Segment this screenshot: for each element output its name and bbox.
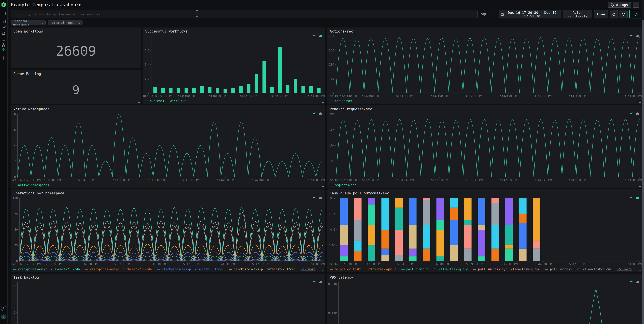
- chart-legend: requests/sec: [330, 183, 640, 187]
- svg-text:5:34:30 PM: 5:34:30 PM: [80, 263, 97, 266]
- panel-task-backlog: Task backlog 432: [11, 274, 325, 324]
- chart-mode-toggle[interactable]: [630, 34, 639, 37]
- legend-item[interactable]: successful workflows: [145, 99, 186, 102]
- panel-toggle-icon[interactable]: [0, 11, 8, 16]
- panel-resize-handle[interactable]: [639, 269, 641, 271]
- svg-text:0: 0: [332, 91, 334, 94]
- svg-text:5:38:00 PM: 5:38:00 PM: [209, 94, 226, 98]
- chart-successful-workflows[interactable]: 00.20.40.60.8Dec 16 5:29:30 PM5:34:00 PM…: [142, 33, 325, 98]
- chart-mode-toggle[interactable]: [630, 112, 639, 115]
- main-area: Example Temporal dashboard 0 Tags ⋮ SQL …: [8, 0, 644, 324]
- panel-title: Open Workflows: [14, 29, 43, 33]
- legend-item[interactable]: clickpipes-aws-p..outheast-2.12c4n: [85, 267, 152, 271]
- panel-pending-requests: Pending requests/sec 05K10K15K20KDec 16 …: [327, 105, 642, 188]
- svg-text:5:46:00 PM: 5:46:00 PM: [271, 94, 288, 98]
- user-avatar[interactable]: D: [1, 315, 6, 320]
- panel-resize-handle[interactable]: [322, 101, 324, 103]
- svg-text:0.1: 0.1: [330, 228, 336, 231]
- panel-resize-handle[interactable]: [322, 269, 324, 271]
- chart-active-namespaces[interactable]: 02468Dec 16 5:29:30 PM5:32:00 PM5:34:30 …: [11, 111, 325, 182]
- namespace-filter-select[interactable]: Temporal namespace: [11, 20, 46, 25]
- granularity-select[interactable]: Auto Granularity: [563, 10, 592, 18]
- chart-legend: no_poller_tasks ..-flow-task-queuepoll_t…: [330, 267, 640, 271]
- svg-text:200: 200: [329, 34, 334, 38]
- live-button[interactable]: Live: [594, 10, 608, 18]
- svg-text:Dec 16 5:29:30 PM: Dec 16 5:29:30 PM: [12, 178, 40, 182]
- svg-text:50: 50: [331, 77, 334, 80]
- legend-more[interactable]: +12 more: [301, 267, 316, 271]
- svg-text:5:39:30 PM: 5:39:30 PM: [466, 178, 482, 182]
- app-logo-icon[interactable]: [1, 2, 6, 7]
- sql-toggle[interactable]: SQL: [481, 12, 487, 16]
- panel-title: Successful workflows: [145, 29, 188, 33]
- region-filter-select[interactable]: Temporal region: [48, 20, 82, 25]
- sidebar-item-chart-explorer[interactable]: [0, 25, 8, 30]
- chart-mode-toggle[interactable]: [312, 34, 322, 37]
- panel-resize-handle[interactable]: [138, 65, 140, 67]
- chart-mode-toggle[interactable]: [312, 112, 322, 115]
- svg-text:5:39:30 PM: 5:39:30 PM: [149, 263, 166, 266]
- legend-item[interactable]: requests/sec: [330, 183, 356, 187]
- panel-resize-handle[interactable]: [322, 185, 324, 187]
- chart-mode-toggle[interactable]: [312, 280, 322, 284]
- svg-text:100: 100: [12, 196, 18, 200]
- svg-text:3: 3: [14, 311, 16, 314]
- svg-text:5:44:30 PM: 5:44:30 PM: [534, 178, 552, 182]
- svg-text:5:42:00 PM: 5:42:00 PM: [500, 178, 517, 182]
- svg-text:10K: 10K: [329, 144, 334, 147]
- panel-resize-handle[interactable]: [639, 101, 641, 103]
- tags-button[interactable]: 0 Tags: [608, 2, 631, 8]
- svg-text:5:47:00 PM: 5:47:00 PM: [252, 263, 269, 266]
- svg-text:5:34:30 PM: 5:34:30 PM: [396, 178, 414, 182]
- panel-resize-handle[interactable]: [138, 101, 140, 103]
- legend-item[interactable]: clickpipes-aws-p..-us-east-1.12c4n: [157, 267, 224, 271]
- sidebar-item-alerts[interactable]: [0, 31, 8, 36]
- scrollbar-thumb[interactable]: [642, 20, 644, 324]
- svg-text:20K: 20K: [329, 112, 334, 116]
- legend-item[interactable]: clickpipes-aws-p..-us-east-2.12c4n: [14, 267, 80, 271]
- panel-resize-handle[interactable]: [639, 185, 641, 187]
- help-button[interactable]: ?: [1, 306, 6, 311]
- refresh-button[interactable]: [610, 10, 618, 18]
- chart-pending-requests[interactable]: 05K10K15K20KDec 16 5:29:30 PM5:32:00 PM5…: [327, 111, 642, 182]
- svg-text:0.4: 0.4: [144, 63, 150, 66]
- chart-mode-toggle[interactable]: [630, 196, 639, 199]
- svg-text:5:51:00 PM: 5:51:00 PM: [308, 94, 325, 98]
- legend-item[interactable]: poll_timeout · c..-flow-task-queue: [402, 267, 468, 271]
- legend-item[interactable]: active namespaces: [14, 183, 49, 187]
- sidebar-item-dashboards[interactable]: [0, 47, 8, 52]
- search-input[interactable]: [11, 10, 478, 18]
- chart-p95-latency[interactable]: 0.0380.0290.019: [327, 280, 642, 324]
- svg-text:5:44:30 PM: 5:44:30 PM: [534, 94, 552, 98]
- chart-task-queue-poll-outcomes[interactable]: 00.050.10.150.2Dec 16 5:29:30 PM5:32:00 …: [327, 195, 642, 267]
- kebab-menu-button[interactable]: ⋮: [632, 2, 639, 8]
- sidebar-item-sessions[interactable]: [0, 36, 8, 42]
- sidebar-item-settings[interactable]: [0, 55, 8, 61]
- svg-text:100: 100: [329, 63, 334, 66]
- svg-text:5:47:00 PM: 5:47:00 PM: [569, 178, 586, 182]
- chart-operations-per-namespace[interactable]: 0255075100Dec 16 5:29:30 PM5:32:00 PM5:3…: [11, 195, 325, 267]
- chart-actions-per-sec[interactable]: 050100150200Dec 16 5:29:30 PM5:32:00 PM5…: [327, 33, 642, 98]
- chart-task-backlog[interactable]: 432: [11, 280, 325, 324]
- legend-more[interactable]: +56 more: [617, 267, 632, 271]
- chart-legend: active namespaces: [14, 183, 323, 187]
- legend-item[interactable]: action/sec: [330, 99, 352, 102]
- sidebar-item-search[interactable]: [0, 19, 8, 24]
- svg-text:5:51:00 PM: 5:51:00 PM: [624, 178, 642, 182]
- time-range-picker[interactable]: Dec 16 17:29:30 - Dec 16 17:51:30: [499, 10, 561, 18]
- panel-actions-per-sec: Actions/sec 050100150200Dec 16 5:29:30 P…: [327, 27, 642, 104]
- svg-text:Dec 16 5:29:30 PM: Dec 16 5:29:30 PM: [328, 94, 357, 98]
- page-title: Example Temporal dashboard: [11, 2, 82, 7]
- svg-text:5:47:00 PM: 5:47:00 PM: [569, 263, 586, 266]
- chart-mode-toggle[interactable]: [312, 196, 322, 199]
- filter-button[interactable]: [620, 10, 628, 18]
- legend-item[interactable]: poll_success · c..-flow-task-queue: [545, 267, 612, 271]
- legend-item[interactable]: clickpipes-aws-p..outheast-2.12c4n: [229, 267, 295, 271]
- svg-text:0: 0: [16, 260, 18, 263]
- run-query-button[interactable]: [629, 10, 643, 18]
- svg-text:5:32:00 PM: 5:32:00 PM: [362, 94, 379, 98]
- legend-item[interactable]: no_poller_tasks ..-flow-task-queue: [330, 267, 396, 271]
- page-scrollbar[interactable]: [642, 0, 644, 324]
- chart-mode-toggle[interactable]: [630, 280, 639, 284]
- legend-item[interactable]: poll_success_syn..-flow-task-queue: [474, 267, 540, 271]
